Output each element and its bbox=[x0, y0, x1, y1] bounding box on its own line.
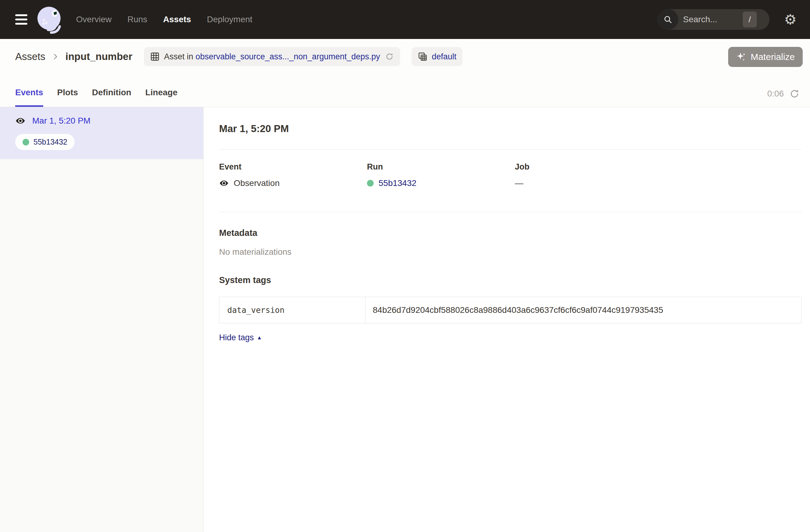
run-column-label: Run bbox=[367, 162, 515, 172]
refresh-icon[interactable] bbox=[789, 88, 800, 99]
metadata-heading: Metadata bbox=[219, 228, 801, 238]
tag-value-cell: 84b26d7d9204cbf588026c8a9886d403a6c9637c… bbox=[366, 297, 801, 323]
event-type-value: Observation bbox=[234, 178, 280, 188]
event-detail-panel: Mar 1, 5:20 PM Event Observation bbox=[204, 107, 810, 532]
nav-item-overview[interactable]: Overview bbox=[76, 15, 112, 25]
observation-eye-icon bbox=[15, 116, 26, 126]
tab-plots[interactable]: Plots bbox=[57, 88, 78, 107]
divider bbox=[219, 149, 801, 149]
search-icon bbox=[658, 9, 678, 30]
tab-lineage[interactable]: Lineage bbox=[145, 88, 177, 107]
table-row: data_version 84b26d7d9204cbf588026c8a988… bbox=[220, 297, 801, 323]
system-tags-table: data_version 84b26d7d9204cbf588026c8a988… bbox=[219, 297, 801, 323]
asset-name: input_number bbox=[65, 51, 132, 62]
run-id-link[interactable]: 55b13432 bbox=[378, 178, 417, 188]
search-box[interactable]: / bbox=[658, 9, 770, 30]
gear-icon[interactable]: ⚙ bbox=[784, 13, 797, 27]
event-column-label: Event bbox=[219, 162, 367, 172]
code-location-chip: default bbox=[412, 47, 463, 66]
dagster-logo-icon[interactable] bbox=[35, 4, 65, 35]
asset-definition-chip: Asset in observable_source_ass..._non_ar… bbox=[144, 47, 400, 66]
job-empty-value: — bbox=[515, 178, 523, 188]
event-list-sidebar: Mar 1, 5:20 PM 55b13432 bbox=[0, 107, 204, 532]
tag-key-cell: data_version bbox=[220, 297, 366, 323]
run-id-label: 55b13432 bbox=[33, 138, 67, 146]
sparkle-icon bbox=[736, 52, 746, 62]
event-timestamp-link[interactable]: Mar 1, 5:20 PM bbox=[32, 116, 91, 126]
tabs-bar: Events Plots Definition Lineage 0:06 bbox=[0, 68, 810, 107]
primary-nav: Overview Runs Assets Deployment bbox=[76, 15, 252, 25]
materialize-label: Materialize bbox=[751, 52, 795, 62]
asset-chip-prefix: Asset in bbox=[164, 52, 193, 61]
search-shortcut-key: / bbox=[743, 12, 757, 27]
nav-item-assets[interactable]: Assets bbox=[163, 15, 191, 25]
event-column: Event Observation bbox=[219, 162, 367, 188]
run-column: Run 55b13432 bbox=[367, 162, 515, 188]
hide-tags-label: Hide tags bbox=[219, 333, 254, 342]
chevron-right-icon bbox=[51, 53, 59, 61]
search-input[interactable] bbox=[683, 15, 741, 25]
materialize-button[interactable]: Materialize bbox=[728, 47, 803, 67]
job-column: Job — bbox=[515, 162, 663, 188]
breadcrumb-assets-link[interactable]: Assets bbox=[15, 51, 45, 62]
nav-item-runs[interactable]: Runs bbox=[128, 15, 147, 25]
job-column-label: Job bbox=[515, 162, 663, 172]
observation-eye-icon bbox=[219, 178, 229, 188]
tab-definition[interactable]: Definition bbox=[92, 88, 131, 107]
event-title: Mar 1, 5:20 PM bbox=[219, 123, 801, 134]
caret-up-icon: ▲ bbox=[257, 335, 262, 341]
code-location-link[interactable]: default bbox=[432, 52, 456, 61]
run-status-dot bbox=[22, 139, 29, 145]
menu-icon[interactable] bbox=[15, 14, 27, 25]
copies-icon bbox=[418, 52, 427, 62]
top-navigation: Overview Runs Assets Deployment / ⚙ bbox=[0, 0, 810, 39]
refresh-countdown: 0:06 bbox=[767, 89, 784, 99]
run-tag[interactable]: 55b13432 bbox=[15, 134, 75, 150]
no-materializations-text: No materializations bbox=[219, 247, 801, 257]
run-status-dot bbox=[367, 180, 374, 187]
nav-item-deployment[interactable]: Deployment bbox=[207, 15, 252, 25]
divider bbox=[219, 212, 801, 212]
breadcrumb: Assets input_number Asset in observable_… bbox=[15, 46, 805, 68]
asset-table-icon bbox=[150, 52, 160, 62]
hide-tags-link[interactable]: Hide tags ▲ bbox=[219, 333, 262, 342]
reload-definition-icon[interactable] bbox=[385, 52, 394, 61]
event-list-item[interactable]: Mar 1, 5:20 PM 55b13432 bbox=[0, 107, 203, 159]
asset-definition-link[interactable]: observable_source_ass..._non_argument_de… bbox=[196, 52, 380, 61]
system-tags-heading: System tags bbox=[219, 275, 801, 285]
tab-events[interactable]: Events bbox=[15, 88, 43, 107]
